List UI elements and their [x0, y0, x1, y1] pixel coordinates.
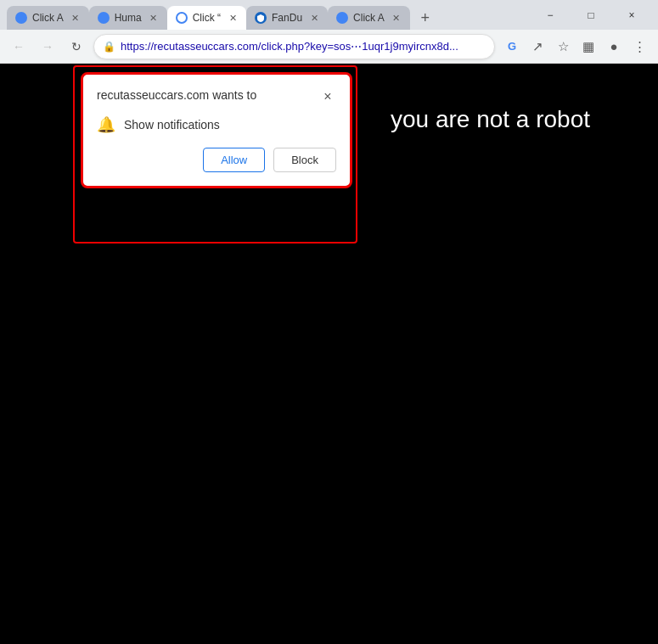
popup-notification-text: Show notifications — [124, 118, 220, 132]
address-bar: ← → ↻ 🔒 https://recutasseuccars.com/clic… — [0, 30, 658, 64]
share-button[interactable]: ↗ — [526, 35, 549, 59]
tabs-area: Click A ✕ Huma ✕ Click “ ✕ FanDu ✕ — [7, 0, 527, 30]
tab-2-close[interactable]: ✕ — [147, 11, 160, 25]
popup-site-text: recutasseuccars.com wants to — [97, 88, 256, 102]
toolbar-icons: G ↗ ☆ ▦ ● ⋮ — [500, 35, 651, 59]
tab-5-favicon — [336, 12, 348, 24]
sidebar-button[interactable]: ▦ — [576, 35, 600, 59]
permission-popup: recutasseuccars.com wants to × 🔔 Show no… — [81, 72, 352, 188]
reload-button[interactable]: ↻ — [65, 35, 88, 59]
popup-close-button[interactable]: × — [319, 88, 336, 105]
tab-4-favicon — [255, 12, 267, 24]
allow-button[interactable]: Allow — [203, 148, 265, 172]
popup-notification-row: 🔔 Show notifications — [97, 115, 336, 134]
tab-1[interactable]: Click A ✕ — [7, 6, 89, 30]
popup-buttons: Allow Block — [97, 148, 336, 172]
tab-1-favicon — [15, 12, 27, 24]
new-tab-button[interactable]: + — [413, 6, 437, 30]
tab-5-title: Click A — [353, 12, 385, 24]
tab-5-close[interactable]: ✕ — [390, 11, 403, 25]
tab-5[interactable]: Click A ✕ — [328, 6, 410, 30]
tab-1-title: Click A — [32, 12, 64, 24]
lock-icon: 🔒 — [103, 41, 115, 53]
tab-2-favicon — [98, 12, 110, 24]
window-controls: − □ × — [531, 0, 651, 30]
page-content: you are not a robot recutasseuccars.com … — [0, 64, 658, 644]
maximize-button[interactable]: □ — [571, 0, 610, 30]
account-button[interactable]: ● — [602, 35, 626, 59]
tab-4-close[interactable]: ✕ — [307, 11, 321, 25]
bell-icon: 🔔 — [97, 115, 115, 134]
url-bar[interactable]: 🔒 https://recutasseuccars.com/click.php?… — [93, 34, 495, 59]
url-text: https://recutasseuccars.com/click.php?ke… — [121, 40, 486, 53]
tab-3-favicon — [176, 12, 188, 24]
tab-3-close[interactable]: ✕ — [226, 11, 239, 25]
close-button[interactable]: × — [612, 0, 651, 30]
tab-2[interactable]: Huma ✕ — [89, 6, 167, 30]
google-button[interactable]: G — [500, 35, 524, 59]
tab-4[interactable]: FanDu ✕ — [246, 6, 328, 30]
tab-3-title: Click “ — [193, 12, 221, 24]
tab-2-title: Huma — [115, 12, 142, 24]
tab-4-title: FanDu — [272, 12, 302, 24]
block-button[interactable]: Block — [273, 148, 336, 172]
tab-3[interactable]: Click “ ✕ — [167, 6, 246, 30]
forward-button[interactable]: → — [36, 35, 59, 59]
title-bar: Click A ✕ Huma ✕ Click “ ✕ FanDu ✕ — [0, 0, 658, 30]
bookmark-button[interactable]: ☆ — [551, 35, 575, 59]
tab-1-close[interactable]: ✕ — [69, 11, 82, 25]
robot-text: you are not a robot — [391, 106, 590, 133]
menu-button[interactable]: ⋮ — [627, 35, 651, 59]
browser-window: Click A ✕ Huma ✕ Click “ ✕ FanDu ✕ — [0, 0, 658, 644]
minimize-button[interactable]: − — [531, 0, 570, 30]
back-button[interactable]: ← — [7, 35, 31, 59]
popup-header: recutasseuccars.com wants to × — [97, 88, 336, 105]
